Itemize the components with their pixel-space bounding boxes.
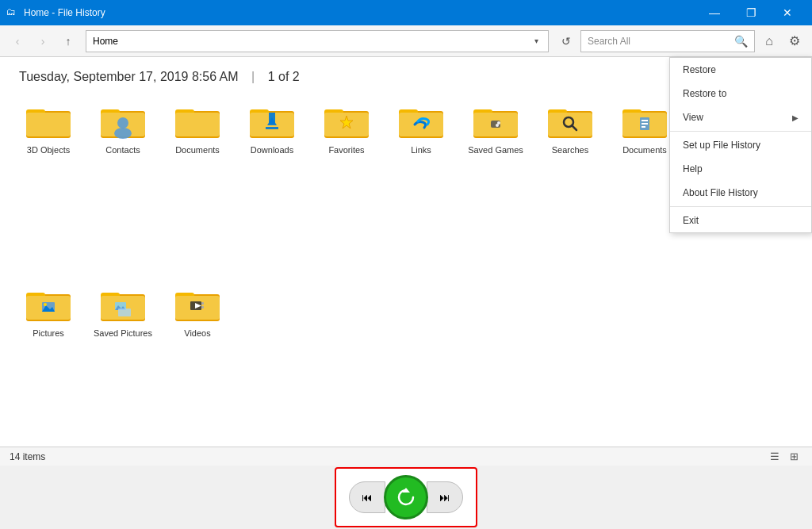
- menu-item[interactable]: View▶: [670, 105, 811, 129]
- file-label: Videos: [184, 328, 210, 339]
- svg-rect-16: [266, 127, 278, 129]
- menu-item-label: Restore: [683, 64, 716, 75]
- list-item[interactable]: Favorites: [311, 97, 382, 277]
- date-text: Tuesday, September 17, 2019 8:56 AM: [19, 70, 239, 83]
- svg-rect-39: [642, 120, 648, 121]
- folder-icon: [26, 103, 71, 141]
- file-label: Links: [411, 144, 431, 155]
- svg-rect-32: [548, 113, 592, 136]
- folder-icon: [26, 286, 71, 324]
- svg-rect-41: [642, 126, 645, 128]
- svg-rect-15: [269, 113, 275, 124]
- item-count: 14 items: [10, 451, 45, 462]
- menu-item-label: Exit: [683, 215, 699, 226]
- playback-controls: ⏮ ⏭: [335, 467, 477, 527]
- list-item[interactable]: Searches: [534, 97, 606, 277]
- title-bar: 🗂 Home - File History — ❐ ✕: [0, 0, 812, 25]
- playback-bar: ⏮ ⏭: [0, 466, 812, 529]
- menu-item[interactable]: About File History: [670, 181, 811, 205]
- list-view-button[interactable]: ☰: [766, 449, 783, 465]
- svg-rect-40: [642, 123, 648, 125]
- file-label: Downloads: [251, 144, 293, 155]
- restore-button[interactable]: [384, 475, 428, 519]
- home-button[interactable]: ⌂: [758, 30, 780, 52]
- svg-point-7: [114, 128, 132, 139]
- folder-icon: [101, 286, 145, 324]
- svg-point-51: [44, 303, 47, 306]
- refresh-button[interactable]: ↺: [555, 30, 577, 52]
- up-button[interactable]: ↑: [57, 30, 79, 52]
- file-label: Pictures: [33, 328, 64, 339]
- svg-rect-57: [118, 309, 131, 316]
- folder-icon: [101, 103, 145, 141]
- file-label: Contacts: [105, 144, 140, 155]
- back-button[interactable]: ‹: [6, 30, 29, 52]
- svg-rect-2: [26, 113, 71, 136]
- context-menu: RestoreRestore toView▶Set up File Histor…: [669, 57, 812, 233]
- svg-point-6: [117, 117, 128, 128]
- svg-rect-23: [399, 113, 443, 136]
- forward-button[interactable]: ›: [32, 30, 54, 52]
- list-item[interactable]: Pictures: [13, 280, 84, 460]
- page-info: 1 of 2: [268, 70, 300, 83]
- menu-item[interactable]: Restore: [670, 58, 811, 82]
- menu-divider: [670, 206, 811, 207]
- separator: |: [251, 70, 255, 83]
- settings-button[interactable]: ⚙: [783, 30, 806, 52]
- folder-icon: [250, 103, 294, 141]
- menu-item-label: About File History: [683, 187, 758, 198]
- menu-item-label: Help: [683, 163, 703, 174]
- folder-icon: [473, 103, 518, 141]
- list-item[interactable]: Saved Pictures: [87, 280, 159, 460]
- folder-icon: [175, 103, 220, 141]
- list-item[interactable]: Downloads: [236, 97, 308, 277]
- list-item[interactable]: Saved Games: [460, 97, 531, 277]
- app-icon: 🗂: [6, 6, 19, 19]
- folder-icon: [175, 286, 220, 324]
- file-label: Documents: [622, 144, 667, 155]
- maximize-button[interactable]: ❐: [733, 0, 769, 25]
- grid-view-button[interactable]: ⊞: [785, 449, 802, 465]
- list-item[interactable]: 3D Objects: [13, 97, 84, 277]
- file-label: Saved Pictures: [94, 328, 152, 339]
- folder-icon: [548, 103, 592, 141]
- close-button[interactable]: ✕: [769, 0, 806, 25]
- menu-item[interactable]: Set up File History: [670, 133, 811, 157]
- menu-item-label: Set up File History: [683, 140, 760, 151]
- folder-icon: [324, 103, 369, 141]
- file-label: 3D Objects: [27, 144, 70, 155]
- svg-rect-10: [175, 113, 220, 136]
- menu-divider: [670, 131, 811, 132]
- address-bar: Home ▾: [86, 30, 549, 52]
- svg-point-29: [496, 124, 499, 127]
- window-controls: — ❐ ✕: [696, 0, 806, 25]
- file-label: Saved Games: [468, 144, 523, 155]
- list-item[interactable]: Links: [385, 97, 457, 277]
- address-text: Home: [93, 36, 534, 47]
- menu-item-label: View: [683, 112, 703, 123]
- first-button[interactable]: ⏮: [349, 481, 385, 513]
- folder-icon: [399, 103, 443, 141]
- file-label: Documents: [175, 144, 220, 155]
- search-button[interactable]: 🔍: [734, 35, 748, 48]
- minimize-button[interactable]: —: [696, 0, 733, 25]
- last-button[interactable]: ⏭: [427, 481, 463, 513]
- view-controls: ☰ ⊞: [766, 449, 802, 465]
- list-item[interactable]: Contacts: [87, 97, 159, 277]
- search-placeholder: Search All: [588, 36, 734, 47]
- menu-item[interactable]: Help: [670, 157, 811, 181]
- svg-rect-63: [201, 302, 204, 305]
- list-item[interactable]: Documents: [162, 97, 233, 277]
- folder-icon: [622, 103, 667, 141]
- file-label: Searches: [552, 144, 588, 155]
- file-label: Favorites: [328, 144, 364, 155]
- navigation-bar: ‹ › ↑ Home ▾ ↺ Search All 🔍 ⌂ ⚙: [0, 25, 812, 57]
- search-bar: Search All 🔍: [580, 30, 755, 52]
- submenu-arrow-icon: ▶: [792, 113, 799, 122]
- list-item[interactable]: Videos: [162, 280, 233, 460]
- menu-item[interactable]: Restore to: [670, 82, 811, 105]
- window-title: Home - File History: [24, 7, 696, 18]
- address-dropdown-icon[interactable]: ▾: [534, 36, 538, 45]
- menu-item[interactable]: Exit: [670, 209, 811, 232]
- status-bar: 14 items ☰ ⊞: [0, 447, 812, 466]
